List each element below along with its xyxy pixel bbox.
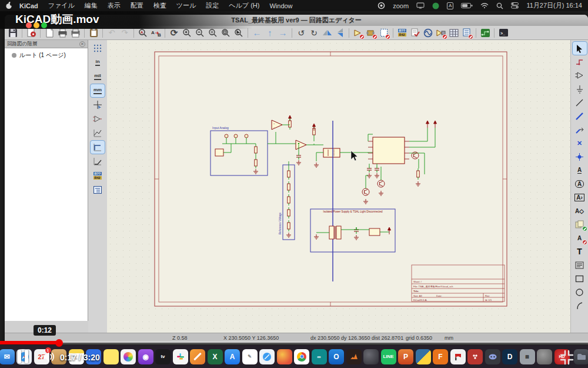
hierarchy-navigator-button[interactable] [91,183,105,196]
pause-button[interactable] [18,350,28,363]
menu-kicad[interactable]: KiCad [19,2,38,9]
menu-help[interactable]: ヘルプ (H) [229,1,259,10]
import-sheet-tool[interactable] [573,218,587,231]
select-tool[interactable] [573,42,587,55]
dock-outlook[interactable]: O [329,349,344,364]
zoom-out-button[interactable] [194,27,206,39]
dock-app-store[interactable]: A [225,349,240,364]
dock-matlab[interactable] [346,349,362,364]
dock-arduino[interactable]: ∞ [312,349,327,364]
add-circle-tool[interactable] [573,286,587,299]
dock-apple-tv[interactable]: tv [155,349,171,364]
add-sheet-pin-tool[interactable]: A◇ [573,204,587,217]
add-wire-tool[interactable] [573,96,587,109]
mirror-horizontal-button[interactable] [321,27,333,39]
unit-millimeters-button[interactable]: mm [91,84,105,97]
zoom-fit-page-button[interactable] [207,27,219,39]
add-text-tool[interactable]: T [573,245,587,258]
apple-menu-icon[interactable] [6,2,12,9]
paste-button[interactable] [88,27,99,39]
annotate-auto-button[interactable]: R??R42 [91,169,105,182]
dock-podcasts[interactable]: ◉ [138,349,153,364]
annotate-button[interactable]: R??R42 [396,27,408,39]
dock-texshop[interactable] [537,349,552,364]
dock-mathematica[interactable] [363,349,379,364]
assign-footprints-button[interactable] [435,27,447,39]
find-replace-button[interactable]: AB [150,27,162,39]
video-progress-track[interactable] [0,341,588,344]
mirror-vertical-button[interactable] [334,27,346,39]
undo-button[interactable]: ↶ [106,27,118,39]
menubar-clock[interactable]: 11月27日(月) 16:14 [526,1,582,10]
save-button[interactable] [7,27,19,39]
dock-photos[interactable] [121,349,136,364]
add-rectangle-tool[interactable] [573,272,587,285]
plot-button[interactable] [69,27,81,39]
dock-zoom-app[interactable] [190,349,205,364]
menu-edit[interactable]: 編集 [85,1,98,10]
line-mode-90-button[interactable] [91,141,105,154]
dock-kicad[interactable] [450,349,466,364]
search-icon[interactable] [496,2,503,9]
dock-python[interactable] [416,349,431,364]
control-center-icon[interactable] [511,2,519,9]
line-mode-45-button[interactable] [91,155,105,168]
close-button[interactable] [26,22,32,28]
hidden-pins-button[interactable] [91,112,105,125]
menu-inspect[interactable]: 検査 [153,1,166,10]
nav-up-button[interactable]: ↑ [264,27,276,39]
line-mode-free-button[interactable] [91,127,105,140]
dock-flashcards-app[interactable]: ▤ [520,349,535,364]
find-button[interactable]: A [137,27,149,39]
nav-back-button[interactable]: ← [251,27,263,39]
menu-place[interactable]: 配置 [131,1,143,10]
dock-preview[interactable] [259,349,275,364]
add-global-label-tool[interactable]: A [573,177,587,190]
add-no-connect-tool[interactable]: ✕ [573,137,587,150]
fullscreen-button[interactable] [559,350,575,367]
dock-textedit[interactable]: ✎ [242,349,258,364]
wifi-icon[interactable] [480,2,489,9]
green-status-icon[interactable] [432,2,439,9]
add-hierarchical-label-tool[interactable]: A› [573,191,587,204]
grid-settings-button[interactable] [91,42,105,55]
maximize-button[interactable] [41,22,47,28]
add-junction-tool[interactable] [573,150,587,163]
pcb-editor-button[interactable] [479,27,491,39]
display-icon[interactable] [416,2,425,9]
add-arc-tool[interactable] [573,299,587,312]
refresh-button[interactable]: ⟳ [168,27,180,39]
add-power-tool[interactable] [573,82,587,95]
dock-chrome[interactable] [294,349,309,364]
cursor-shape-button[interactable] [91,98,105,111]
edit-symbols-button[interactable] [352,27,364,39]
menu-window[interactable]: Window [269,2,292,9]
dock-deepl[interactable]: D [502,349,517,364]
rotate-cw-button[interactable]: ↻ [308,27,320,39]
import-sheet-pin-tool[interactable]: A [573,231,587,244]
dock-fontforge[interactable]: F [433,349,448,364]
add-text-box-tool[interactable] [573,258,587,271]
zoom-menu-item[interactable]: zoom [393,2,409,9]
battery-icon[interactable] [461,3,473,9]
dock-slack[interactable] [173,349,188,364]
dock-applications-folder[interactable] [574,349,588,364]
edit-worksheet-button[interactable] [378,27,390,39]
dock-red-dots-app[interactable] [467,349,483,364]
schematic-canvas[interactable]: +− Input Analog [107,40,570,343]
page-settings-button[interactable] [44,27,55,39]
erc-button[interactable] [409,27,421,39]
add-bus-entry-tool[interactable] [573,123,587,136]
zoom-selection-button[interactable] [233,27,245,39]
zoom-in-button[interactable] [181,27,193,39]
dock-stickies[interactable] [103,349,119,364]
edit-footprints-button[interactable] [365,27,377,39]
minimize-button[interactable] [34,22,39,28]
dock-discord[interactable] [485,349,500,364]
dock-line[interactable]: LINE [381,349,396,364]
menu-file[interactable]: ファイル [48,1,75,10]
close-panel-icon[interactable]: ✕ [79,41,85,47]
input-source-icon[interactable]: A [447,2,453,9]
scripting-console-button[interactable]: >_ [497,27,509,39]
schematic-setup-button[interactable] [25,27,37,39]
